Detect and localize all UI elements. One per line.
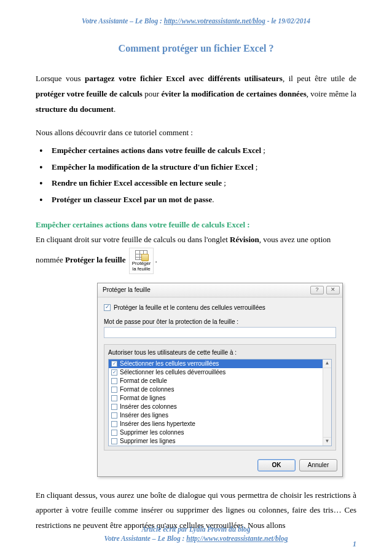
item-label: Supprimer les lignes [120, 437, 176, 445]
top-checkbox-row[interactable]: ✓ Protéger la feuille et le contenu des … [104, 304, 336, 312]
text-bold: Révision [230, 235, 259, 244]
section-heading: Empêcher certaines actions dans votre fe… [36, 218, 356, 233]
document-header: Votre Assistante – Le Blog : http://www.… [36, 15, 356, 28]
page-number: 1 [353, 537, 356, 551]
bullet-list: Empêcher certaines actions dans votre fe… [36, 143, 356, 208]
list-item[interactable]: Format de cellule [109, 377, 331, 385]
scrollbar[interactable]: ▲ ▼ [323, 360, 331, 446]
permissions-label: Autoriser tous les utilisateurs de cette… [108, 348, 332, 356]
dialog-footer: OK Annuler [98, 455, 342, 476]
close-button[interactable]: ✕ [326, 286, 340, 294]
list-item[interactable]: ✓Sélectionner les cellules verrouillées [109, 360, 331, 368]
lead-text: Nous allons découvrir dans ce tutoriel c… [36, 125, 356, 141]
ok-button[interactable]: OK [257, 459, 296, 471]
item-label: Insérer des liens hypertexte [120, 420, 195, 428]
text: , vous avez une option [259, 235, 331, 244]
text-bold: éviter la modification de certaines donn… [161, 89, 306, 98]
dialog-titlebar[interactable]: Protéger la feuille ? ✕ [98, 283, 342, 297]
checkbox-icon[interactable] [111, 387, 117, 393]
help-button[interactable]: ? [310, 286, 324, 294]
item-label: Supprimer les colonnes [120, 428, 184, 436]
item-label: Insérer des lignes [120, 411, 168, 419]
footer-line1: Article écrit par Lydia Provin du blog [141, 525, 250, 533]
checkbox-icon[interactable]: ✓ [111, 369, 117, 376]
header-date: - le 19/02/2014 [265, 17, 310, 25]
text-bold: partagez votre fichier Excel avec différ… [85, 74, 283, 83]
list-item: Empêcher la modification de la structure… [36, 160, 356, 175]
dialog-body: ✓ Protéger la feuille et le contenu des … [98, 297, 342, 455]
list-item[interactable]: Insérer des lignes [109, 411, 331, 420]
document-footer: Article écrit par Lydia Provin du blog V… [36, 525, 356, 544]
checkbox-icon[interactable] [111, 412, 117, 419]
text: , voire même la [307, 89, 356, 98]
paragraph-revision: En cliquant droit sur votre feuille de c… [36, 232, 356, 248]
dialog-title: Protéger la feuille [103, 286, 151, 294]
text: , il peut être utile de [283, 74, 356, 83]
protect-sheet-dialog: Protéger la feuille ? ✕ ✓ Protéger la fe… [97, 283, 343, 477]
text: . [114, 104, 116, 114]
item-label: Format de lignes [120, 394, 165, 402]
permissions-group: Autoriser tous les utilisateurs de cette… [104, 344, 336, 451]
checkbox-icon[interactable] [111, 430, 117, 436]
list-item[interactable]: ✓Sélectionner les cellules déverrouillée… [109, 368, 331, 377]
password-label: Mot de passe pour ôter la protection de … [104, 318, 336, 326]
list-item[interactable]: Supprimer les lignes [109, 437, 331, 446]
text-bold: protéger votre feuille de calculs [36, 89, 143, 98]
sheet-lock-icon [135, 250, 147, 260]
header-brand: Votre Assistante – Le Blog : [82, 17, 164, 25]
list-item: Empêcher certaines actions dans votre fe… [36, 143, 356, 159]
checkbox-icon[interactable]: ✓ [104, 304, 111, 311]
cancel-button[interactable]: Annuler [299, 459, 337, 471]
page-title: Comment protéger un fichier Excel ? [36, 39, 356, 58]
footer-link[interactable]: http://www.votreassistante.net/blog [186, 535, 288, 542]
list-item[interactable]: Insérer des colonnes [109, 403, 331, 411]
bullet-label: Empêcher certaines actions dans votre fe… [52, 146, 261, 155]
item-label: Insérer des colonnes [120, 403, 177, 411]
text: nommée [36, 255, 65, 264]
text-bold: Protéger la feuille [65, 255, 125, 264]
checkbox-icon[interactable] [111, 404, 117, 410]
text: En cliquant droit sur votre feuille de c… [36, 235, 230, 244]
top-checkbox-label: Protéger la feuille et le contenu des ce… [114, 304, 265, 312]
list-item[interactable]: Format de colonnes [109, 385, 331, 394]
item-label: Sélectionner les cellules déverrouillées [120, 368, 225, 376]
list-item[interactable]: Supprimer les colonnes [109, 428, 331, 437]
checkbox-icon[interactable] [111, 378, 117, 384]
checkbox-icon[interactable] [111, 438, 117, 444]
list-item: Rendre un fichier Excel accessible en le… [36, 176, 356, 191]
item-label: Format de cellule [120, 377, 167, 385]
bullet-label: Empêcher la modification de la structure… [52, 162, 254, 171]
bullet-label: Protéger un classeur Excel par un mot de… [52, 195, 212, 204]
ribbon-protect-sheet-icon: Protéger la feuille [129, 248, 154, 274]
list-item: Protéger un classeur Excel par un mot de… [36, 192, 356, 208]
intro-paragraph: Lorsque vous partagez votre fichier Exce… [36, 71, 356, 117]
list-item[interactable]: Insérer des liens hypertexte [109, 420, 331, 428]
item-label: Format de colonnes [120, 385, 174, 393]
item-label: Sélectionner les cellules verrouillées [120, 360, 219, 368]
footer-brand: Votre Assistante – Le Blog : [104, 535, 187, 542]
bullet-label: Rendre un fichier Excel accessible en le… [52, 178, 222, 187]
checkbox-icon[interactable] [111, 421, 117, 427]
password-input[interactable] [104, 327, 336, 338]
scroll-down-icon[interactable]: ▼ [323, 437, 331, 446]
text: Lorsque vous [36, 74, 85, 83]
ribbon-label-2: la feuille [132, 267, 150, 272]
permissions-list[interactable]: ✓Sélectionner les cellules verrouillées … [108, 359, 332, 446]
checkbox-icon[interactable] [111, 395, 117, 401]
text: pour [143, 89, 162, 98]
paragraph-proteger: nommée Protéger la feuille Protéger la f… [36, 248, 356, 274]
header-link[interactable]: http://www.votreassistante.net/blog [164, 17, 265, 25]
list-item[interactable]: Format de lignes [109, 394, 331, 403]
checkbox-icon[interactable]: ✓ [111, 361, 117, 367]
text-bold: structure du document [36, 104, 114, 114]
scroll-up-icon[interactable]: ▲ [323, 360, 331, 368]
